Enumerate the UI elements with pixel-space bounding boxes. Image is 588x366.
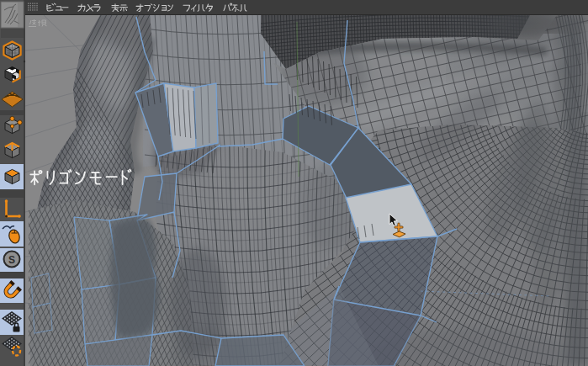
svg-text:S: S bbox=[8, 254, 15, 266]
